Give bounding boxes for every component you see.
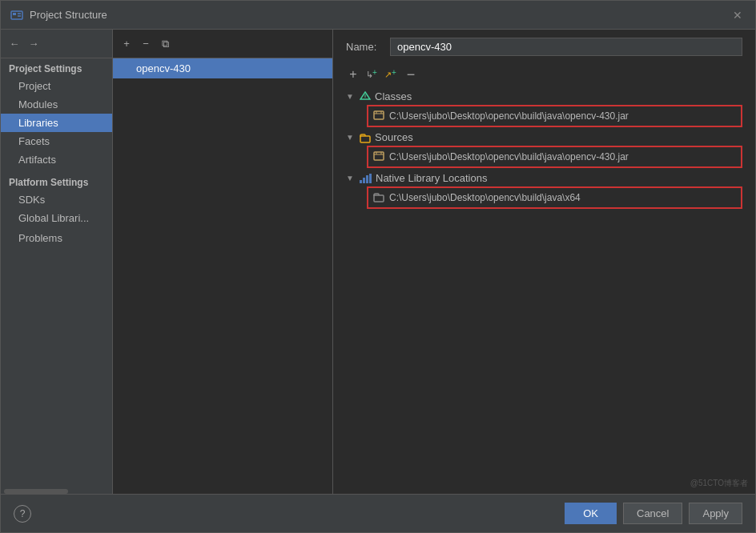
dependency-tree: ▼ Classes [346,88,742,486]
close-button[interactable]: ✕ [730,7,746,23]
native-folder-entry[interactable]: C:\Users\jubo\Desktop\opencv\build\java\… [367,186,742,209]
title-bar-left: Project Structure [10,9,107,22]
name-input[interactable] [390,38,742,56]
native-header[interactable]: ▼ Native Library Locations [346,170,742,186]
ok-button[interactable]: OK [565,503,617,524]
sources-label: Sources [375,131,413,143]
sources-header[interactable]: ▼ Sources [346,129,742,146]
sources-icon [360,132,371,143]
svg-rect-19 [374,195,384,202]
watermark: @51CTO博客者 [690,478,748,489]
svg-rect-14 [360,136,370,142]
apply-button[interactable]: Apply [689,503,742,524]
classes-label: Classes [375,90,412,102]
help-button[interactable]: ? [14,505,31,523]
sidebar-item-libraries[interactable]: Libraries [1,114,112,132]
svg-rect-10 [374,111,384,119]
nav-toolbar: ← → [1,30,112,58]
middle-toolbar: + − ⧉ [113,30,332,58]
native-folder-path: C:\Users\jubo\Desktop\opencv\build\java\… [389,192,581,203]
sources-node: ▼ Sources [346,129,742,168]
sidebar-item-problems[interactable]: Problems [1,227,112,249]
library-name: opencv-430 [136,62,191,74]
sources-children: C:\Users\jubo\Desktop\opencv\build\java\… [346,146,742,168]
forward-button[interactable]: → [26,37,41,51]
right-panel: Name: + ↳ + ↗ + − [333,30,755,494]
remove-library-button[interactable]: − [139,37,153,51]
sidebar-item-project[interactable]: Project [1,77,112,95]
dialog-title: Project Structure [30,9,107,21]
native-label: Native Library Locations [376,172,487,184]
copy-library-button[interactable]: ⧉ [158,37,172,51]
sources-jar-icon [373,150,384,163]
native-icon [360,174,372,183]
classes-header[interactable]: ▼ Classes [346,88,742,105]
svg-rect-1 [13,13,16,15]
name-row: Name: [346,38,742,56]
library-item-opencv[interactable]: opencv-430 [113,58,332,78]
svg-text:↗: ↗ [384,70,392,79]
classes-icon [360,91,371,102]
dialog-content: ← → Project Settings Project Modules Lib… [1,30,755,494]
sidebar-item-modules[interactable]: Modules [1,95,112,114]
classes-node: ▼ Classes [346,88,742,127]
native-chevron: ▼ [346,174,356,182]
platform-settings-header: Platform Settings [1,169,112,190]
classes-jar-entry[interactable]: C:\Users\jubo\Desktop\opencv\build\java\… [367,105,742,127]
native-children: C:\Users\jubo\Desktop\opencv\build\java\… [346,186,742,209]
library-icon [119,63,131,74]
add-entry-button[interactable]: + [346,67,360,82]
classes-children: C:\Users\jubo\Desktop\opencv\build\java\… [346,105,742,127]
remove-entry-button[interactable]: − [404,67,418,82]
classes-jar-path: C:\Users\jubo\Desktop\opencv\build\java\… [389,110,629,122]
sidebar-item-global-libraries[interactable]: Global Librari... [1,209,112,227]
add-specific-button[interactable]: ↳ + [365,67,380,82]
back-button[interactable]: ← [7,37,22,51]
sidebar-item-artifacts[interactable]: Artifacts [1,150,112,169]
svg-text:+: + [392,68,396,77]
library-list: opencv-430 [113,58,332,494]
right-toolbar: + ↳ + ↗ + − [346,67,742,82]
add-library-button[interactable]: + [119,37,134,51]
native-node: ▼ Native Library Locations [346,170,742,209]
sources-jar-path: C:\Users\jubo\Desktop\opencv\build\java\… [389,151,629,162]
classes-chevron: ▼ [346,92,356,101]
jar-icon [373,110,384,122]
native-folder-icon [373,191,384,204]
left-panel-scroll: Project Settings Project Modules Librari… [1,58,112,489]
project-settings-header: Project Settings [1,58,112,77]
dialog-icon [10,9,23,22]
sidebar-item-sdks[interactable]: SDKs [1,190,112,209]
sources-jar-entry[interactable]: C:\Users\jubo\Desktop\opencv\build\java\… [367,146,742,168]
sources-chevron: ▼ [346,133,356,142]
bottom-bar: ? OK Cancel Apply [1,494,755,532]
bottom-left: ? [14,505,31,523]
cancel-button[interactable]: Cancel [623,503,682,524]
add-from-button[interactable]: ↗ + [384,67,399,82]
svg-text:+: + [372,68,377,77]
left-panel: ← → Project Settings Project Modules Lib… [1,30,113,494]
bottom-buttons: OK Cancel Apply [565,503,742,524]
name-label: Name: [346,41,382,53]
title-bar: Project Structure ✕ [1,1,755,30]
sidebar-item-facets[interactable]: Facets [1,132,112,150]
middle-panel: + − ⧉ opencv-430 [113,30,333,494]
project-structure-dialog: Project Structure ✕ ← → Project Settings… [0,0,756,533]
svg-rect-15 [374,152,384,160]
